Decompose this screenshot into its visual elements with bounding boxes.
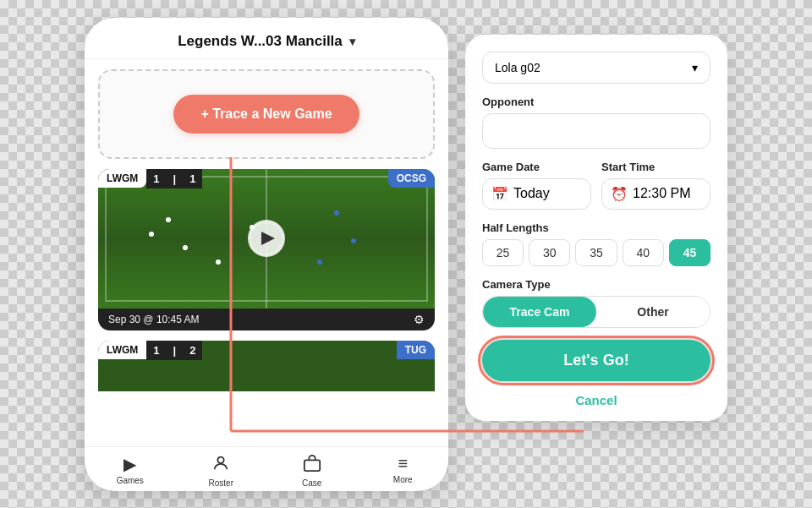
opponent-label: Opponent — [482, 96, 710, 108]
header-chevron[interactable]: ▾ — [349, 35, 355, 48]
roster-icon — [211, 454, 230, 477]
game-date: Sep 30 @ 10:45 AM — [108, 314, 200, 325]
start-time-value: 12:30 PM — [633, 186, 690, 201]
cam-other[interactable]: Other — [596, 297, 710, 327]
score-divider: | — [167, 169, 184, 188]
preview-score-home: 1 — [146, 341, 166, 360]
date-time-row: Game Date 📅 Today Start Time ⏰ 12:30 PM — [482, 161, 710, 210]
home-team-tag: LWGM — [98, 169, 146, 188]
score-home: 1 — [146, 169, 166, 188]
phone-header: Legends W...03 Mancilla ▾ — [85, 18, 448, 59]
opponent-input[interactable] — [482, 113, 710, 149]
player-dot — [183, 245, 188, 250]
clock-icon: ⏰ — [611, 186, 628, 202]
cam-trace[interactable]: Trace Cam — [483, 297, 596, 327]
lets-go-button[interactable]: Let's Go! — [482, 340, 710, 381]
nav-more[interactable]: ≡ More — [358, 454, 449, 488]
game-card-2-preview[interactable]: LWGM 1 | 2 TUG — [98, 341, 435, 391]
phone-body: + Trace a New Game — [85, 59, 448, 446]
team-select[interactable]: Lola g02 ▾ — [482, 52, 710, 84]
score-overlay: LWGM 1 | 1 OCSG — [98, 169, 435, 188]
player-dot — [149, 232, 154, 237]
half-lengths-group: 25 30 35 40 45 — [482, 239, 710, 266]
hl-40[interactable]: 40 — [623, 239, 664, 266]
form-panel: Lola g02 ▾ Opponent Game Date 📅 Today St… — [465, 35, 727, 421]
game-card-main: LWGM 1 | 1 OCSG — [98, 169, 435, 309]
bottom-nav: ▶ Games Roster C — [85, 446, 448, 491]
nav-case[interactable]: Case — [266, 454, 358, 488]
half-lengths-label: Half Lengths — [482, 221, 710, 234]
player-dot — [166, 217, 171, 222]
hl-25[interactable]: 25 — [482, 239, 524, 266]
game-date-row: Game Date 📅 Today — [482, 161, 591, 210]
game-card-1[interactable]: LWGM 1 | 1 OCSG Sep 30 @ 10:45 AM ⚙ — [98, 169, 435, 330]
calendar-icon: 📅 — [491, 186, 508, 202]
away-team-tag: OCSG — [388, 169, 435, 188]
left-phone: Legends W...03 Mancilla ▾ + Trace a New … — [85, 18, 448, 491]
game-date-value: Today — [513, 186, 550, 201]
svg-point-2 — [218, 456, 224, 462]
case-icon — [303, 454, 321, 477]
game-date-input[interactable]: 📅 Today — [482, 178, 591, 210]
cancel-link[interactable]: Cancel — [482, 393, 710, 407]
gear-icon[interactable]: ⚙ — [414, 313, 425, 326]
more-icon: ≡ — [398, 454, 408, 473]
preview-score-div: | — [167, 341, 184, 360]
game-footer: Sep 30 @ 10:45 AM ⚙ — [98, 309, 435, 330]
camera-type-row: Camera Type Trace Cam Other — [482, 278, 710, 328]
start-time-input[interactable]: ⏰ 12:30 PM — [601, 178, 710, 210]
header-title: Legends W...03 Mancilla — [178, 33, 343, 50]
play-icon — [261, 232, 275, 245]
nav-games[interactable]: ▶ Games — [85, 454, 176, 488]
score-away: 1 — [183, 169, 202, 188]
add-game-button[interactable]: + Trace a New Game — [173, 95, 359, 134]
play-button[interactable] — [248, 220, 285, 257]
camera-type-label: Camera Type — [482, 278, 710, 291]
camera-toggle: Trace Cam Other — [482, 296, 710, 328]
game-date-label: Game Date — [482, 161, 591, 173]
preview-score: LWGM 1 | 2 TUG — [98, 341, 435, 360]
preview-score-away: 2 — [183, 341, 202, 360]
half-lengths-row: Half Lengths 25 30 35 40 45 — [482, 221, 710, 266]
add-game-box: + Trace a New Game — [98, 69, 435, 159]
nav-roster[interactable]: Roster — [176, 454, 267, 488]
preview-away-team: TUG — [397, 341, 435, 359]
player-dot — [334, 210, 339, 216]
preview-home-team: LWGM — [98, 341, 146, 359]
player-dot — [351, 238, 356, 243]
hl-30[interactable]: 30 — [529, 239, 570, 266]
player-dot — [317, 259, 322, 265]
hl-45[interactable]: 45 — [669, 239, 710, 266]
games-icon: ▶ — [123, 454, 136, 474]
start-time-row: Start Time ⏰ 12:30 PM — [601, 161, 710, 210]
team-select-chevron: ▾ — [692, 61, 698, 74]
opponent-row: Opponent — [482, 96, 710, 149]
svg-rect-3 — [304, 460, 320, 471]
hl-35[interactable]: 35 — [575, 239, 617, 266]
team-select-value: Lola g02 — [495, 61, 540, 74]
start-time-label: Start Time — [601, 161, 710, 173]
